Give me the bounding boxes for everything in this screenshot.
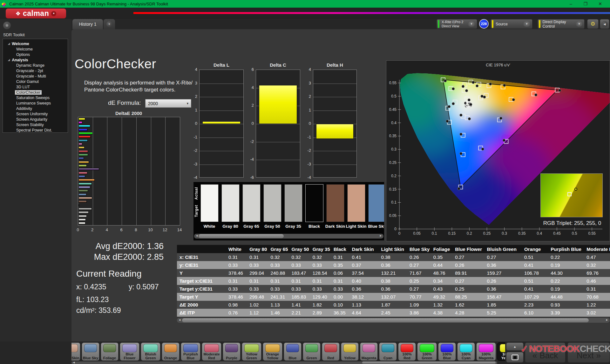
sidebar-item-colorchecker[interactable]: ColorChecker bbox=[3, 90, 68, 95]
sidebar-item-grayscale-multi[interactable]: Grayscale - Multi bbox=[3, 73, 68, 79]
pattern-window-button[interactable] bbox=[506, 352, 524, 363]
pattern-up-button[interactable]: ▲ bbox=[506, 342, 524, 351]
meter-reading-badge[interactable]: 228 bbox=[479, 19, 489, 29]
patch-button-magenta[interactable]: Magenta bbox=[360, 342, 378, 361]
bottom-bar: Light SkinBlue SkyFoliageBlue FlowerBlui… bbox=[0, 341, 610, 364]
table-scrollbar[interactable]: ◄ ► bbox=[177, 318, 610, 323]
tab-history-1[interactable]: History 1 bbox=[72, 19, 103, 29]
table-cell: 0.31 bbox=[269, 277, 290, 285]
table-cell: 241.31 bbox=[269, 293, 290, 301]
patch-button-purple[interactable]: Purple bbox=[223, 342, 241, 361]
scroll-left-icon[interactable]: ◄ bbox=[195, 234, 198, 237]
minimize-button[interactable]: – bbox=[564, 1, 578, 6]
patch-button-blue[interactable]: Blue bbox=[284, 342, 302, 361]
de-formula-select[interactable]: 2000 ▼ bbox=[145, 99, 191, 108]
patch-button-100-green[interactable]: 100% Green bbox=[417, 342, 437, 361]
table-scroll-left-icon[interactable]: ◄ bbox=[178, 318, 181, 321]
sidebar-item-luminance-sweeps[interactable]: Luminance Sweeps bbox=[3, 100, 68, 106]
meter-dropdown-chevron-icon: ▼ bbox=[468, 22, 475, 27]
results-table: WhiteGray 80Gray 65Gray 50Gray 35BlackDa… bbox=[177, 245, 610, 317]
sidebar-item-welcome[interactable]: Welcome bbox=[3, 46, 68, 52]
sidebar-item-color-gamut[interactable]: Color Gamut bbox=[3, 79, 68, 84]
bottom-scrollbar[interactable]: ◄ bbox=[71, 361, 497, 364]
table-row: x: CIE310.310.310.320.320.320.310.410.38… bbox=[177, 253, 610, 261]
calman-menu-button[interactable]: ❖ calman ▼ bbox=[6, 9, 66, 18]
patch-button-100-red[interactable]: 100% Red bbox=[398, 342, 416, 361]
scroll-right-icon[interactable]: ► bbox=[379, 234, 382, 237]
sidebar-group-analysis[interactable]: ◢Analysis bbox=[3, 57, 68, 63]
sidebar-options-dot-button[interactable] bbox=[3, 22, 11, 29]
column-header-purplish-blue: Purplish Blue bbox=[549, 245, 585, 253]
patch-button-orange[interactable]: Orange bbox=[162, 342, 180, 361]
patch-button-purplish-blue[interactable]: Purplish Blue bbox=[181, 342, 200, 361]
patch-button-100-yellow[interactable]: 100% Yellow bbox=[497, 342, 505, 361]
table-cell: 132.21 bbox=[380, 269, 408, 277]
patch-button-blue-flower[interactable]: Blue Flower bbox=[120, 342, 139, 361]
sidebar-item-saturation-sweeps[interactable]: Saturation Sweeps bbox=[3, 95, 68, 100]
patch-button-yellow-green[interactable]: Yellow Green bbox=[242, 342, 261, 361]
settings-gear-button[interactable]: ⚙ bbox=[587, 19, 599, 29]
svg-text:0.5: 0.5 bbox=[391, 94, 396, 98]
table-cell: 0.31 bbox=[311, 277, 332, 285]
table-cell: 0.22 bbox=[549, 277, 585, 285]
patch-button-label: Bluish Green bbox=[142, 352, 159, 360]
add-tab-button[interactable]: + bbox=[104, 19, 115, 29]
bottom-scrollbar-thumb[interactable] bbox=[362, 361, 496, 364]
plus-icon: + bbox=[106, 21, 112, 27]
table-cell: 1.32 bbox=[432, 301, 454, 309]
maximize-button[interactable]: ❐ bbox=[578, 1, 593, 6]
delta-tick-label: -6 bbox=[244, 175, 254, 180]
table-scrollbar-thumb[interactable] bbox=[182, 318, 589, 322]
calman-window: Calman 2025 Calman Ultimate for Business… bbox=[0, 0, 610, 364]
source-dropdown[interactable]: Source ▼ bbox=[491, 19, 532, 29]
swatch-scrollbar[interactable]: ◄ ► bbox=[194, 234, 383, 239]
patch-button-foliage[interactable]: Foliage bbox=[101, 342, 119, 361]
sidebar-item-screen-stability[interactable]: Screen Stability bbox=[3, 122, 68, 127]
patch-button-orange-yellow[interactable]: Orange Yellow bbox=[263, 342, 282, 361]
sidebar-item-screen-angularity[interactable]: Screen Angularity bbox=[3, 117, 68, 122]
patch-button-green[interactable]: Green bbox=[303, 342, 321, 361]
patch-button-label: Yellow Green bbox=[243, 352, 261, 360]
sidebar-item-options[interactable]: Options bbox=[3, 52, 68, 57]
table-scroll-right-icon[interactable]: ► bbox=[606, 318, 608, 321]
sidebar-item-3d-lut[interactable]: 3D LUT bbox=[3, 84, 68, 90]
gridline bbox=[200, 124, 243, 124]
swatch-label: Gray 80 bbox=[222, 224, 238, 229]
patch-color-chip bbox=[343, 344, 356, 352]
sidebar-item-additivity[interactable]: Additivity bbox=[3, 106, 68, 111]
sidebar-item-spectral-power-dist-[interactable]: Spectral Power Dist. bbox=[3, 127, 68, 133]
patch-button-100-cyan[interactable]: 100% Cyan bbox=[457, 342, 475, 361]
svg-text:0.25: 0.25 bbox=[389, 160, 397, 165]
swatch-scrollbar-thumb[interactable] bbox=[199, 234, 284, 238]
display-control-dropdown[interactable]: Direct Display Control ▼ bbox=[538, 19, 585, 29]
patch-button-blue-sky[interactable]: Blue Sky bbox=[82, 342, 99, 361]
sidebar-item-dynamic-range[interactable]: Dynamic Range bbox=[3, 63, 68, 68]
close-button[interactable]: ✕ bbox=[593, 1, 607, 6]
sidebar-item-label: Dynamic Range bbox=[15, 63, 46, 68]
svg-text:0.45: 0.45 bbox=[553, 231, 561, 236]
avg-de2000: Avg dE2000: 1.36 bbox=[71, 241, 164, 251]
patch-button-red[interactable]: Red bbox=[322, 342, 340, 361]
patch-button-moderate-red[interactable]: Moderate Red bbox=[202, 342, 221, 361]
sidebar-item-screen-uniformity[interactable]: Screen Uniformity bbox=[3, 111, 68, 117]
patch-button-100-blue[interactable]: 100% Blue bbox=[438, 342, 456, 361]
patch-button-bluish-green[interactable]: Bluish Green bbox=[141, 342, 160, 361]
sidebar-group-welcome[interactable]: ◢Welcome bbox=[3, 41, 68, 46]
deltae-bar-green bbox=[78, 154, 88, 156]
back-button[interactable]: « Back bbox=[525, 342, 566, 363]
delta-tick-label: 0 bbox=[244, 121, 254, 126]
sidebar-item-grayscale-2pt[interactable]: Grayscale - 2pt bbox=[3, 68, 68, 73]
deltae-bar-100-blue bbox=[78, 129, 87, 131]
next-button[interactable]: Next » bbox=[567, 342, 610, 363]
deltae-bar-foliage bbox=[78, 190, 88, 192]
bottom-scroll-left-icon[interactable]: ◄ bbox=[72, 361, 75, 364]
panel-collapse-button[interactable]: ◀ bbox=[600, 19, 609, 29]
patch-button-100-magenta[interactable]: 100% Magenta bbox=[476, 342, 496, 361]
patch-button-light-skin[interactable]: Light Skin bbox=[71, 342, 80, 361]
meter-dropdown[interactable]: X-Rite i1Pro 2 Direct View ▼ bbox=[437, 19, 477, 29]
gridline bbox=[313, 151, 356, 151]
patch-button-cyan[interactable]: Cyan bbox=[379, 342, 397, 361]
patch-button-yellow[interactable]: Yellow bbox=[341, 342, 359, 361]
delta-value-bar bbox=[259, 85, 297, 124]
deltae-chart-title: DeltaE 2000 bbox=[115, 111, 142, 116]
